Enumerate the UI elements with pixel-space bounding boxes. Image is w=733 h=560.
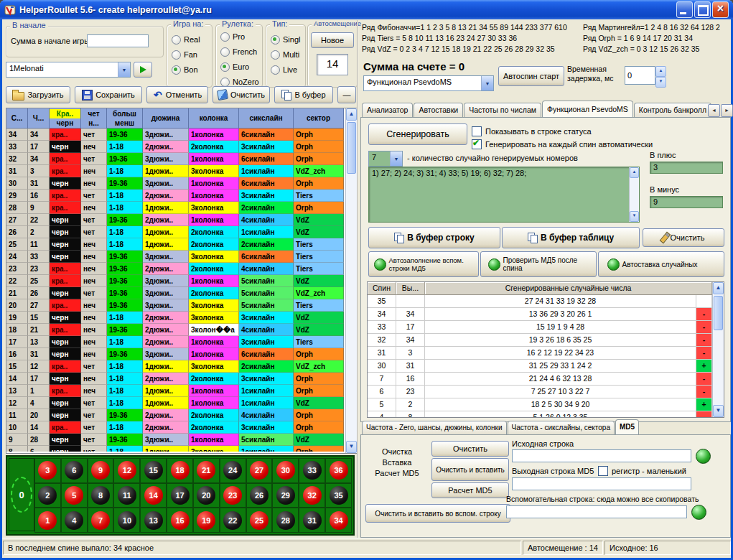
roulette-number-cell[interactable]: 25: [246, 508, 273, 533]
new-shift-button[interactable]: Новое: [311, 32, 354, 48]
textarea-scrollbar[interactable]: ▲ ▼: [629, 167, 639, 222]
roulette-number-cell[interactable]: 19: [193, 508, 220, 533]
tab-анализатор[interactable]: Анализатор: [362, 103, 413, 118]
roulette-number-cell[interactable]: 12: [113, 458, 140, 483]
scroll-up-icon[interactable]: ▲: [713, 282, 724, 294]
minimize-button[interactable]: [676, 1, 693, 18]
tab-контроль-банкролл[interactable]: Контроль банкролл: [634, 103, 711, 118]
roulette-number-cell[interactable]: 5: [61, 483, 88, 508]
roulette-number-cell[interactable]: 4: [61, 508, 88, 533]
generated-numbers-textarea[interactable]: 1) 27; 2) 24; 3) 31; 4) 33; 5) 19; 6) 32…: [368, 167, 640, 223]
column-header[interactable]: С...: [6, 108, 28, 129]
radio-option-live[interactable]: Live: [271, 63, 305, 76]
lowercase-checkbox[interactable]: регистр - маленький: [598, 466, 686, 476]
roulette-number-cell[interactable]: 22: [220, 508, 246, 533]
radio-option-fan[interactable]: Fan: [172, 48, 212, 61]
chevron-down-icon[interactable]: ▼: [390, 151, 402, 166]
radio-option-real[interactable]: Real: [172, 33, 212, 46]
roulette-number-cell[interactable]: 8: [88, 483, 114, 508]
checkbox-checked-icon[interactable]: [472, 139, 482, 149]
scroll-down-icon[interactable]: ▼: [346, 441, 357, 453]
check-md5-button[interactable]: Проверить МД5 после спина: [480, 251, 597, 277]
roulette-zero-cell[interactable]: 0: [9, 458, 34, 531]
column-header[interactable]: Сгенерированные случайные числа: [425, 282, 712, 295]
show-status-checkbox[interactable]: Показывать в строке статуса: [472, 126, 592, 136]
delay-spinner[interactable]: ▲ ▼: [625, 66, 666, 85]
close-button[interactable]: [712, 1, 729, 18]
green-sphere-icon[interactable]: [696, 449, 711, 464]
column-header[interactable]: сикслайн: [239, 108, 294, 129]
md5-calc-button[interactable]: Расчет MD5: [431, 482, 509, 498]
tab-частота-сикслайны-сектора[interactable]: Частота - сикслайны, сектора: [508, 421, 615, 434]
md5-clear-button[interactable]: Очистить: [431, 441, 509, 457]
roulette-number-cell[interactable]: 26: [246, 483, 273, 508]
tab-scroll-left-icon[interactable]: ◄: [708, 104, 720, 117]
count-combobox[interactable]: 7 ▼: [368, 151, 403, 167]
column-header[interactable]: Ч...: [28, 108, 50, 129]
md5-output-input[interactable]: [512, 477, 691, 490]
roulette-number-cell[interactable]: 33: [299, 458, 325, 483]
source-string-input[interactable]: [512, 449, 691, 462]
roulette-number-cell[interactable]: 32: [299, 483, 325, 508]
roulette-number-cell[interactable]: 7: [88, 508, 114, 533]
roulette-number-cell[interactable]: 18: [167, 458, 193, 483]
roulette-number-cell[interactable]: 2: [34, 483, 61, 508]
column-header[interactable]: сектор: [294, 108, 344, 129]
spin-down-icon[interactable]: ▼: [655, 77, 666, 88]
scroll-down-icon[interactable]: ▼: [713, 405, 724, 417]
functional-combobox[interactable]: Функционал PsevdoMS ▼: [363, 75, 494, 91]
radio-option-multi[interactable]: Multi: [271, 48, 305, 61]
preset-combobox[interactable]: 1Melonati ▼: [6, 62, 131, 78]
autobet-random-button[interactable]: Автоставка случайных: [598, 251, 724, 277]
column-header[interactable]: большменш: [107, 108, 143, 129]
generate-button[interactable]: Сгенерировать: [368, 123, 467, 145]
column-header[interactable]: колонка: [189, 108, 239, 129]
radio-option-french[interactable]: French: [220, 45, 262, 58]
copy-line-button[interactable]: В буфер строку: [368, 227, 500, 248]
radio-option-singl[interactable]: Singl: [271, 33, 305, 46]
column-header[interactable]: Кра..черн: [50, 108, 81, 129]
toolbar-button-1[interactable]: Загрузить: [6, 86, 70, 103]
clear-generated-button[interactable]: Очистить: [643, 228, 724, 247]
play-button[interactable]: [134, 62, 152, 78]
roulette-number-cell[interactable]: 29: [272, 483, 299, 508]
start-sum-input[interactable]: [87, 34, 149, 47]
roulette-number-cell[interactable]: 31: [299, 508, 325, 533]
delay-input[interactable]: [625, 66, 655, 85]
roulette-number-cell[interactable]: 9: [88, 458, 114, 483]
checkbox-icon[interactable]: [598, 466, 608, 476]
column-header[interactable]: Спин: [368, 282, 396, 295]
aux-string-input[interactable]: [506, 505, 687, 518]
column-header[interactable]: четн...: [81, 108, 107, 129]
autospin-start-button[interactable]: Автоспин старт: [498, 66, 564, 86]
md5-clear-paste-button[interactable]: Очистить и вставить: [431, 458, 509, 481]
scroll-track[interactable]: [346, 121, 357, 441]
toolbar-button-6[interactable]: —: [337, 86, 356, 103]
radio-option-pro[interactable]: Pro: [220, 30, 262, 43]
roulette-number-cell[interactable]: 21: [193, 458, 220, 483]
roulette-number-cell[interactable]: 23: [220, 483, 246, 508]
toolbar-button-4[interactable]: Очистить: [213, 86, 270, 103]
roulette-number-cell[interactable]: 28: [272, 508, 299, 533]
maximize-button[interactable]: [694, 1, 711, 18]
roulette-number-cell[interactable]: 1: [34, 508, 61, 533]
tab-функционал-psevdoms[interactable]: Функционал PsevdoMS: [542, 101, 633, 118]
roulette-number-cell[interactable]: 34: [325, 508, 352, 533]
roulette-number-cell[interactable]: 6: [61, 458, 88, 483]
roulette-number-cell[interactable]: 35: [325, 483, 352, 508]
checkbox-icon[interactable]: [472, 126, 482, 136]
roulette-number-cell[interactable]: 36: [325, 458, 352, 483]
chevron-down-icon[interactable]: ▼: [118, 62, 130, 77]
roulette-number-cell[interactable]: 20: [193, 483, 220, 508]
scroll-up-icon[interactable]: ▲: [630, 167, 639, 178]
radio-option-bon[interactable]: Bon: [172, 63, 212, 76]
roulette-number-cell[interactable]: 3: [34, 458, 61, 483]
gen-table-scrollbar[interactable]: ▲ ▼: [712, 282, 724, 417]
tab-scroll-right-icon[interactable]: ►: [721, 104, 733, 117]
roulette-number-cell[interactable]: 27: [246, 458, 273, 483]
radio-option-euro[interactable]: Euro: [220, 60, 262, 73]
column-header[interactable]: дюжина: [143, 108, 189, 129]
tab-частота-zero-шансы-дюжины-колонки[interactable]: Частота - Zero, шансы, дюжины, колонки: [362, 421, 507, 434]
scroll-thumb[interactable]: [714, 296, 723, 330]
toolbar-button-2[interactable]: Сохранить: [75, 86, 142, 103]
